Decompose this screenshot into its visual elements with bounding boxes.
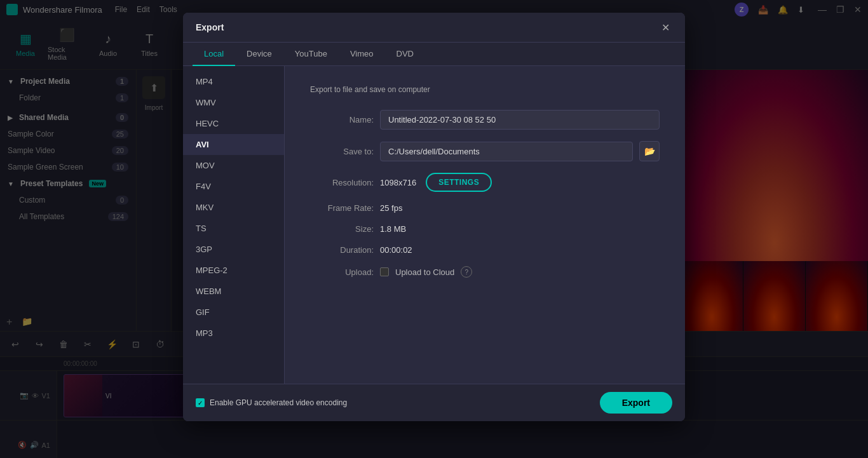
upload-row: Upload to Cloud ? [380, 266, 472, 278]
name-label: Name: [310, 115, 374, 125]
format-mp4[interactable]: MP4 [183, 71, 284, 92]
format-settings: Export to file and save on computer Name… [285, 66, 685, 384]
tab-local[interactable]: Local [193, 43, 235, 66]
format-hevc[interactable]: HEVC [183, 113, 284, 134]
save-to-label: Save to: [310, 147, 374, 156]
format-avi[interactable]: AVI [183, 134, 284, 155]
frame-rate-value: 25 fps [380, 203, 402, 213]
upload-checkbox[interactable] [380, 267, 389, 276]
modal-overlay: Export ✕ Local Device YouTube Vimeo DVD … [0, 0, 868, 458]
format-list: MP4 WMV HEVC AVI MOV F4V MKV TS 3GP MPEG… [183, 66, 285, 384]
tab-vimeo[interactable]: Vimeo [339, 43, 385, 66]
resolution-value: 1098x716 [380, 178, 416, 187]
format-mpeg2[interactable]: MPEG-2 [183, 260, 284, 281]
export-subtitle: Export to file and save on computer [310, 85, 660, 94]
tab-dvd[interactable]: DVD [385, 43, 425, 66]
resolution-field-row: Resolution: 1098x716 SETTINGS [310, 173, 660, 192]
modal-close-button[interactable]: ✕ [658, 20, 672, 34]
gpu-label: Enable GPU accelerated video encoding [210, 398, 347, 407]
frame-rate-label: Frame Rate: [310, 203, 374, 213]
upload-field-row: Upload: Upload to Cloud ? [310, 266, 660, 278]
upload-label: Upload: [310, 267, 374, 277]
modal-title: Export [196, 22, 224, 32]
browse-folder-button[interactable]: 📂 [639, 141, 660, 161]
folder-open-icon: 📂 [644, 146, 655, 156]
modal-tabs: Local Device YouTube Vimeo DVD [183, 43, 685, 66]
size-value: 1.8 MB [380, 224, 406, 234]
duration-field-row: Duration: 00:00:02 [310, 245, 660, 255]
format-3gp[interactable]: 3GP [183, 239, 284, 260]
format-gif[interactable]: GIF [183, 302, 284, 323]
modal-body: MP4 WMV HEVC AVI MOV F4V MKV TS 3GP MPEG… [183, 66, 685, 384]
format-webm[interactable]: WEBM [183, 281, 284, 302]
size-label: Size: [310, 224, 374, 234]
help-icon[interactable]: ? [461, 266, 472, 278]
tab-device[interactable]: Device [235, 43, 283, 66]
save-to-input[interactable] [380, 142, 633, 161]
name-input[interactable] [380, 110, 660, 130]
modal-titlebar: Export ✕ [183, 13, 685, 43]
resolution-label: Resolution: [310, 178, 374, 187]
export-button[interactable]: Export [600, 392, 672, 414]
format-f4v[interactable]: F4V [183, 176, 284, 197]
format-mp3[interactable]: MP3 [183, 323, 284, 344]
resolution-row: 1098x716 SETTINGS [380, 173, 660, 192]
format-mov[interactable]: MOV [183, 155, 284, 176]
format-ts[interactable]: TS [183, 218, 284, 239]
frame-rate-field-row: Frame Rate: 25 fps [310, 203, 660, 213]
upload-to-cloud-label: Upload to Cloud [395, 267, 454, 277]
export-modal: Export ✕ Local Device YouTube Vimeo DVD … [183, 13, 685, 421]
format-mkv[interactable]: MKV [183, 197, 284, 218]
size-field-row: Size: 1.8 MB [310, 224, 660, 234]
gpu-checkbox[interactable]: ✓ [196, 398, 205, 407]
name-field-row: Name: [310, 110, 660, 130]
tab-youtube[interactable]: YouTube [283, 43, 339, 66]
save-to-field-row: Save to: 📂 [310, 141, 660, 161]
duration-label: Duration: [310, 245, 374, 255]
gpu-checkbox-row: ✓ Enable GPU accelerated video encoding [196, 398, 347, 407]
format-wmv[interactable]: WMV [183, 92, 284, 113]
duration-value: 00:00:02 [380, 245, 412, 255]
save-to-value-row: 📂 [380, 141, 660, 161]
settings-button[interactable]: SETTINGS [426, 173, 492, 192]
modal-footer: ✓ Enable GPU accelerated video encoding … [183, 384, 685, 421]
